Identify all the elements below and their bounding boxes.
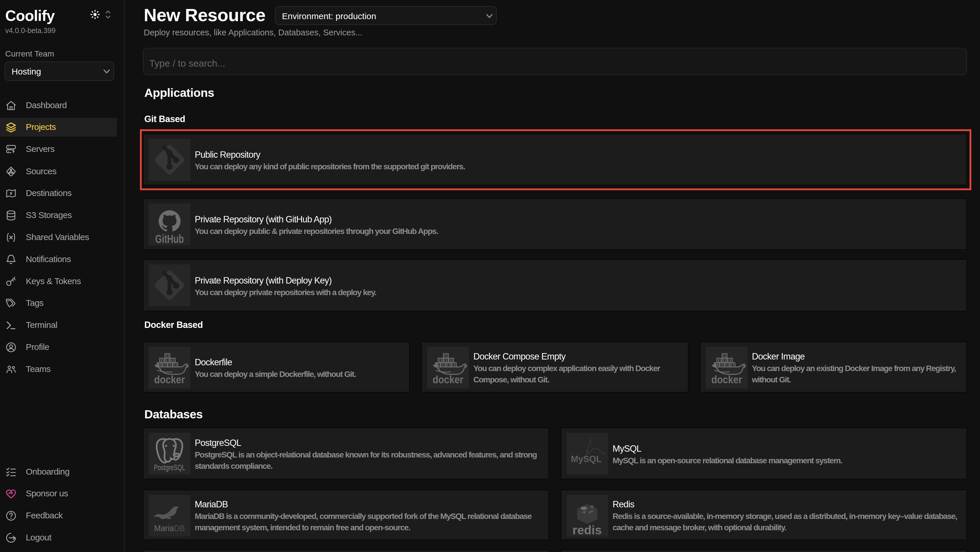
svg-text:docker: docker xyxy=(433,374,463,386)
svg-text:GitHub: GitHub xyxy=(155,232,184,245)
svg-text:docker: docker xyxy=(711,374,742,386)
svg-text:MySQL: MySQL xyxy=(571,454,601,464)
svg-text:redis: redis xyxy=(573,523,602,537)
svg-text:PostgreSQL: PostgreSQL xyxy=(154,463,185,472)
svg-text:MariaDB: MariaDB xyxy=(154,523,185,533)
svg-text:docker: docker xyxy=(154,374,185,386)
